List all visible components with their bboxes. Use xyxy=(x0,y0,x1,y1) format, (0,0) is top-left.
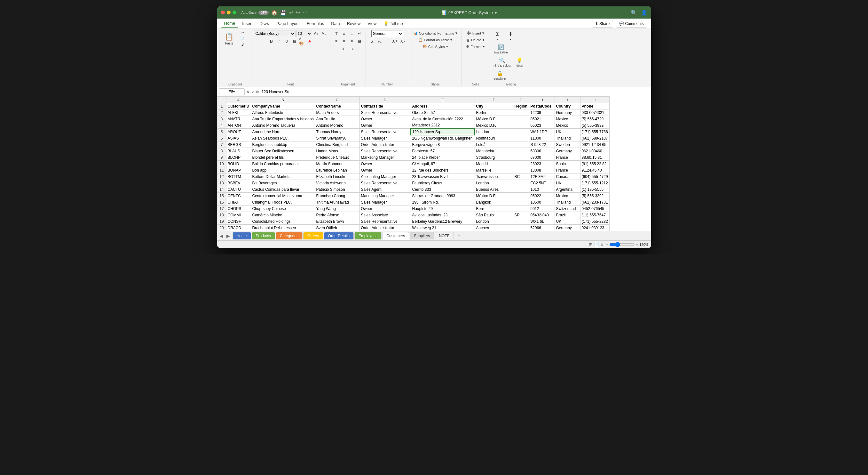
cell[interactable] xyxy=(513,135,529,142)
row-number[interactable]: 12 xyxy=(217,174,226,180)
cell[interactable]: Bern xyxy=(475,206,513,212)
tab-orders[interactable]: Orders xyxy=(303,232,323,239)
cell[interactable]: 030-0074321 xyxy=(580,110,609,116)
cell[interactable]: CHOPS xyxy=(226,206,251,212)
row-number[interactable]: 5 xyxy=(217,129,226,135)
indent-less-button[interactable]: ⇤ xyxy=(341,46,348,53)
cell[interactable]: Bólido Comidas preparadas xyxy=(251,161,315,167)
cell[interactable]: (171) 555-2282 xyxy=(580,218,609,225)
conditional-formatting-button[interactable]: 📊Conditional Formatting▾ xyxy=(412,30,459,36)
cell[interactable]: 0241-039123 xyxy=(580,225,609,231)
header-cell[interactable]: Country xyxy=(555,103,580,110)
cell[interactable]: London xyxy=(475,180,513,186)
cell[interactable]: 120 Hanover Sq. xyxy=(411,129,475,135)
cell[interactable]: Maria Anders xyxy=(315,110,360,116)
cell[interactable]: WX1 6LT xyxy=(529,218,555,225)
cell[interactable]: BSBEV xyxy=(226,180,251,186)
col-header-g[interactable]: G xyxy=(513,97,529,103)
cell[interactable]: Sirirat Sriwaranyu xyxy=(315,135,360,142)
cell[interactable]: 11000 xyxy=(529,135,555,142)
cell[interactable]: Marketing Manager xyxy=(360,193,411,199)
cell[interactable]: Order Administrator xyxy=(360,142,411,148)
cell[interactable]: Order Administrator xyxy=(360,225,411,231)
cell[interactable]: Strasbourg xyxy=(475,154,513,161)
cell[interactable] xyxy=(513,199,529,206)
cell[interactable]: CACTU xyxy=(226,186,251,193)
cell-reference-box[interactable]: E5 ▾ xyxy=(219,88,245,95)
cell[interactable]: Mexico xyxy=(555,193,580,199)
cell[interactable]: Owner xyxy=(360,167,411,174)
tab-customers[interactable]: Customers xyxy=(382,232,409,240)
cell[interactable]: Christina Berglund xyxy=(315,142,360,148)
cell[interactable]: CHIAF xyxy=(226,199,251,206)
header-cell[interactable]: CompanyName xyxy=(251,103,315,110)
tab-next-icon[interactable]: ▶ xyxy=(225,233,231,239)
row-number[interactable]: 15 xyxy=(217,193,226,199)
align-bottom-button[interactable]: ⊥ xyxy=(348,30,355,37)
row-number[interactable]: 14 xyxy=(217,186,226,193)
cell[interactable]: 88.60.15.31 xyxy=(580,154,609,161)
cell[interactable]: Brazil xyxy=(555,212,580,218)
cell[interactable]: B's Beverages xyxy=(251,180,315,186)
cell[interactable]: EC2 5NT xyxy=(529,180,555,186)
fill-color-button[interactable]: A🎨 xyxy=(299,38,306,45)
cell[interactable]: México D.F. xyxy=(475,116,513,122)
cell[interactable]: Frédérique Citeaux xyxy=(315,154,360,161)
row-number[interactable]: 11 xyxy=(217,167,226,174)
bold-button[interactable]: B xyxy=(268,38,275,45)
align-center-button[interactable]: ≡ xyxy=(341,38,348,45)
cell[interactable]: Chiangmai Foods PLC. xyxy=(251,199,315,206)
cell[interactable]: Berglunds snabbköp xyxy=(251,142,315,148)
cell[interactable] xyxy=(513,142,529,148)
percent-button[interactable]: % xyxy=(376,38,383,45)
tab-products[interactable]: Products xyxy=(252,232,275,239)
cell[interactable]: Thomas Hardy xyxy=(315,129,360,135)
col-header-i[interactable]: I xyxy=(555,97,580,103)
menu-tell-me[interactable]: 💡 Tell me xyxy=(380,20,406,27)
cell[interactable]: Patricio Simpson xyxy=(315,186,360,193)
cell[interactable]: London xyxy=(475,129,513,135)
cell[interactable] xyxy=(513,110,529,116)
normal-view-button[interactable]: ⊞ xyxy=(589,242,593,247)
cell[interactable]: Marseille xyxy=(475,167,513,174)
cell[interactable]: Blondel père et fils xyxy=(251,154,315,161)
cell[interactable]: Mataderos 2312 xyxy=(411,122,475,129)
cell[interactable]: São Paulo xyxy=(475,212,513,218)
cell[interactable]: 195 , Sirom Rd. xyxy=(411,199,475,206)
cell[interactable]: CENTC xyxy=(226,193,251,199)
sum-button[interactable]: Σ ▾ xyxy=(492,30,503,42)
cell[interactable]: 0921-12 34 65 xyxy=(580,142,609,148)
cell[interactable]: Mexico xyxy=(555,116,580,122)
cell[interactable]: France xyxy=(555,167,580,174)
increase-decimal-button[interactable]: .0+ xyxy=(392,38,399,45)
cell[interactable]: 26/5 Ngamwongwan Rd. Bangkhen xyxy=(411,135,475,142)
profile-icon[interactable]: 👤 xyxy=(641,9,647,16)
cell[interactable] xyxy=(513,148,529,154)
cell[interactable]: México D.F. xyxy=(475,193,513,199)
tab-note[interactable]: NOTE xyxy=(435,232,454,239)
cell[interactable] xyxy=(513,186,529,193)
header-cell[interactable]: Region xyxy=(513,103,529,110)
italic-button[interactable]: I xyxy=(276,38,283,45)
cell[interactable]: Around the Horn xyxy=(251,129,315,135)
format-painter-button[interactable]: 🖌 xyxy=(237,42,248,48)
cell[interactable]: UK xyxy=(555,218,580,225)
row-number[interactable]: 2 xyxy=(217,110,226,116)
cell[interactable]: Sales Associate xyxy=(360,212,411,218)
menu-data[interactable]: Data xyxy=(328,20,343,27)
cell[interactable]: México D.F. xyxy=(475,122,513,129)
row-number[interactable]: 8 xyxy=(217,148,226,154)
zoom-in-button[interactable]: + xyxy=(636,243,638,246)
zoom-slider[interactable] xyxy=(609,242,635,247)
row-number[interactable]: 1 xyxy=(217,103,226,110)
menu-home[interactable]: Home xyxy=(221,20,239,28)
cell[interactable]: Canada xyxy=(555,174,580,180)
cell[interactable]: C/ Araquil, 67 xyxy=(411,161,475,167)
format-as-table-button[interactable]: 📋Format as Table▾ xyxy=(412,37,459,43)
cell[interactable]: AROUT xyxy=(226,129,251,135)
row-number[interactable]: 17 xyxy=(217,206,226,212)
cell[interactable]: Owner xyxy=(360,161,411,167)
cell[interactable]: Nonthaburi xyxy=(475,135,513,142)
cell[interactable]: Germany xyxy=(555,148,580,154)
cell[interactable]: T2F 8M4 xyxy=(529,174,555,180)
